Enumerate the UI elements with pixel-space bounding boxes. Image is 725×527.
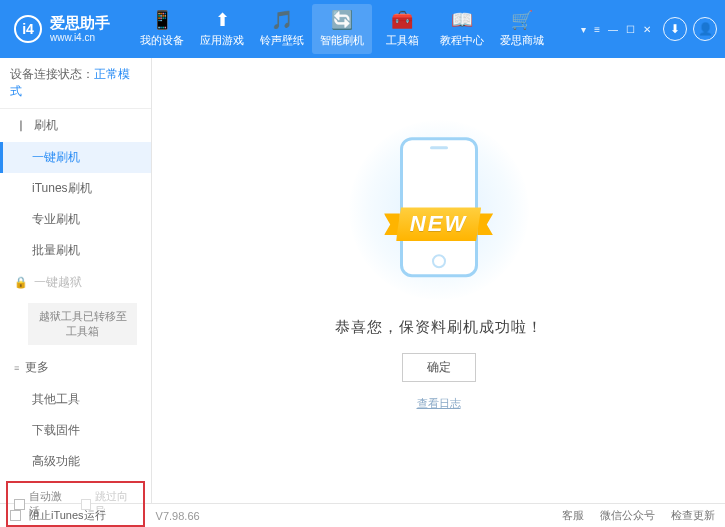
minimize-icon[interactable]: — [608, 24, 618, 35]
toolbox-icon: 🧰 [372, 10, 432, 30]
success-message: 恭喜您，保资料刷机成功啦！ [335, 318, 543, 337]
brand-title: 爱思助手 [50, 15, 110, 32]
music-icon: 🎵 [252, 10, 312, 30]
lock-icon: 🔒 [14, 276, 28, 289]
flash-icon: 🔄 [312, 10, 372, 30]
group-jailbreak: 🔒一键越狱 [0, 266, 151, 299]
book-icon: 📖 [432, 10, 492, 30]
view-log-link[interactable]: 查看日志 [417, 396, 461, 411]
logo-icon: i4 [14, 15, 42, 43]
cart-icon: 🛒 [492, 10, 552, 30]
tray-icon[interactable]: ≡ [594, 24, 600, 35]
nav-flash[interactable]: 🔄智能刷机 [312, 4, 372, 54]
apps-icon: ⬆ [192, 10, 252, 30]
jailbreak-note: 越狱工具已转移至工具箱 [28, 303, 137, 345]
new-ribbon: NEW [396, 207, 481, 241]
app-header: i4 爱思助手 www.i4.cn 📱我的设备 ⬆应用游戏 🎵铃声壁纸 🔄智能刷… [0, 0, 725, 58]
nav-ringtones[interactable]: 🎵铃声壁纸 [252, 4, 312, 54]
user-icon: 👤 [698, 22, 713, 36]
window-controls: ▾ ≡ — ☐ ✕ [581, 24, 651, 35]
sidebar-item-advanced[interactable]: 高级功能 [0, 446, 151, 477]
download-button[interactable]: ⬇ [663, 17, 687, 41]
chevron-down-icon: ▕▏ [14, 121, 28, 131]
nav-store[interactable]: 🛒爱思商城 [492, 4, 552, 54]
brand: i4 爱思助手 www.i4.cn [14, 15, 110, 43]
device-icon: 📱 [132, 10, 192, 30]
list-icon: ≡ [14, 363, 19, 373]
top-nav: 📱我的设备 ⬆应用游戏 🎵铃声壁纸 🔄智能刷机 🧰工具箱 📖教程中心 🛒爱思商城 [132, 4, 552, 54]
sidebar-item-batch-flash[interactable]: 批量刷机 [0, 235, 151, 266]
brand-url: www.i4.cn [50, 32, 110, 43]
ok-button[interactable]: 确定 [402, 353, 476, 382]
maximize-icon[interactable]: ☐ [626, 24, 635, 35]
sidebar: 设备连接状态：正常模式 ▕▏刷机 一键刷机 iTunes刷机 专业刷机 批量刷机… [0, 58, 152, 503]
sidebar-item-download-firmware[interactable]: 下载固件 [0, 415, 151, 446]
sidebar-item-oneclick-flash[interactable]: 一键刷机 [0, 142, 151, 173]
checkbox-block-itunes[interactable]: 阻止iTunes运行 [10, 508, 106, 523]
sidebar-item-pro-flash[interactable]: 专业刷机 [0, 204, 151, 235]
sidebar-item-other-tools[interactable]: 其他工具 [0, 384, 151, 415]
link-support[interactable]: 客服 [562, 508, 584, 523]
nav-toolbox[interactable]: 🧰工具箱 [372, 4, 432, 54]
download-icon: ⬇ [670, 22, 680, 36]
nav-my-device[interactable]: 📱我的设备 [132, 4, 192, 54]
link-check-update[interactable]: 检查更新 [671, 508, 715, 523]
nav-tutorials[interactable]: 📖教程中心 [432, 4, 492, 54]
menu-icon[interactable]: ▾ [581, 24, 586, 35]
main-content: NEW 恭喜您，保资料刷机成功啦！ 确定 查看日志 [152, 58, 725, 503]
sidebar-item-itunes-flash[interactable]: iTunes刷机 [0, 173, 151, 204]
nav-apps[interactable]: ⬆应用游戏 [192, 4, 252, 54]
link-wechat[interactable]: 微信公众号 [600, 508, 655, 523]
account-button[interactable]: 👤 [693, 17, 717, 41]
connection-status: 设备连接状态：正常模式 [0, 58, 151, 109]
close-icon[interactable]: ✕ [643, 24, 651, 35]
checkbox-icon [10, 510, 21, 521]
group-flash[interactable]: ▕▏刷机 [0, 109, 151, 142]
group-more[interactable]: ≡更多 [0, 351, 151, 384]
version-label: V7.98.66 [156, 510, 200, 522]
success-illustration: NEW [349, 120, 529, 300]
